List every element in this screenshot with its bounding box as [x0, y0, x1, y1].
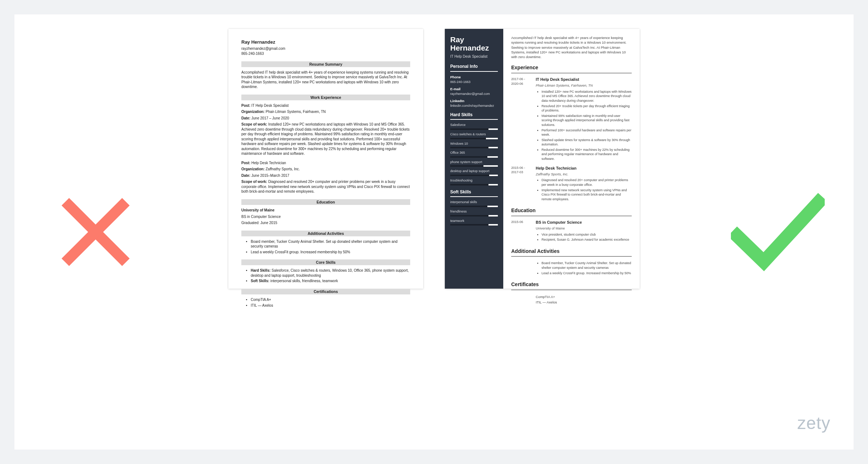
left-work-title: Work Experience — [241, 95, 410, 100]
skill-bar — [450, 224, 498, 226]
skill-row: Office 365 — [450, 150, 498, 158]
skill-name: phone system support — [450, 160, 498, 165]
right-exp-title: Experience — [511, 64, 632, 73]
left-job2-date: Date: June 2015–March 2017 — [241, 173, 410, 178]
right-edu-title: Education — [511, 207, 632, 216]
list-item: Hard Skills: Salesforce, Cisco switches … — [251, 268, 410, 278]
skill-name: Salesforce — [450, 123, 498, 127]
list-item: Recipient, Susan G. Johnson Award for ac… — [542, 237, 632, 242]
comparison-canvas: Ray Hernandez rayzhernandez@gmail.com 86… — [14, 14, 854, 450]
skill-row: desktop and laptop support — [450, 169, 498, 176]
exp-role: Help Desk Technician — [536, 166, 632, 171]
skill-bar — [450, 175, 498, 176]
sb-hard-header: Hard Skills — [450, 112, 498, 120]
zety-watermark: zety — [797, 413, 830, 433]
left-skills-title: Core Skills — [241, 259, 410, 265]
skill-name: Office 365 — [450, 150, 498, 155]
right-cert-title: Certificates — [511, 281, 632, 290]
skill-bar — [450, 156, 498, 158]
left-phone: 865-240-1663 — [241, 51, 410, 56]
skill-bar — [450, 165, 498, 167]
list-item: Diagnosed and resolved 20+ computer and … — [542, 178, 632, 187]
resume-good: Ray Hernandez IT Help Desk Specialist Pe… — [445, 29, 640, 289]
left-summary-body: Accomplished IT help desk specialist wit… — [241, 70, 410, 89]
sb-linkedin-lbl: LinkedIn — [450, 99, 498, 103]
sb-linkedin: linkedin.com/in/rayzhernandez — [450, 104, 498, 108]
skill-name: interpersonal skills — [450, 200, 498, 205]
sb-email-lbl: E-mail — [450, 87, 498, 91]
left-email: rayzhernandez@gmail.com — [241, 46, 410, 51]
skill-name: teamwork — [450, 219, 498, 223]
exp-dates: 2017-06 - 2020-06 — [511, 77, 531, 162]
sb-info-header: Personal Info — [450, 64, 498, 72]
exp-org: Zaffnathy Sports, Inc. — [536, 172, 632, 176]
skill-bar — [450, 138, 498, 139]
skill-name: friendliness — [450, 209, 498, 214]
left-edu-degree: BS in Computer Science — [241, 214, 410, 219]
act-row: Board member, Tucker County Animal Shelt… — [511, 260, 632, 276]
sb-job-title: IT Help Desk Specialist — [450, 54, 498, 59]
left-job1-date: Date: June 2017 – June 2020 — [241, 116, 410, 121]
skill-name: Windows 10 — [450, 141, 498, 146]
skill-row: Windows 10 — [450, 141, 498, 149]
list-item: Resolved 20+ trouble tickets per day thr… — [542, 104, 632, 113]
skill-row: friendliness — [450, 209, 498, 216]
skill-bar — [450, 215, 498, 216]
skill-row: teamwork — [450, 219, 498, 226]
list-item: Lead a weekly CrossFit group. Increased … — [542, 271, 632, 276]
skill-row: troubleshooting — [450, 178, 498, 185]
skill-name: Cisco switches & routers — [450, 132, 498, 137]
left-job2-scope: Scope of work: Diagnosed and resolved 20… — [241, 179, 410, 194]
cert-row: CompTIA A+ITIL — Axelos — [511, 294, 632, 306]
list-item: ITIL — Axelos — [251, 303, 410, 308]
list-item: Vice president, student computer club — [542, 232, 632, 237]
exp-org: Phair-Litman Systems, Fairhaven, TN — [536, 83, 632, 88]
left-edu-title: Education — [241, 199, 410, 205]
left-job1-post: Post: IT Help Desk Specialist — [241, 103, 410, 108]
skill-row: interpersonal skills — [450, 200, 498, 207]
exp-role: IT Help Desk Specialist — [536, 77, 632, 82]
left-skills-list: Hard Skills: Salesforce, Cisco switches … — [241, 268, 410, 284]
list-item: CompTIA A+ — [251, 297, 410, 302]
left-edu-grad: Graduated: June 2015 — [241, 220, 410, 226]
skill-row: Salesforce — [450, 123, 498, 130]
sb-email: rayzhernandez@gmail.com — [450, 92, 498, 96]
left-job1-scope: Scope of work: Installed 120+ new PC wor… — [241, 122, 410, 156]
left-act-title: Additional Activities — [241, 231, 410, 236]
list-item: Maintained 99% satisfaction rating in mo… — [542, 114, 632, 127]
skill-bar — [450, 147, 498, 148]
exp-dates: 2015-06 - 2017-03 — [511, 166, 531, 202]
exp-row: 2017-06 - 2020-06IT Help Desk Specialist… — [511, 77, 632, 162]
cert-item: CompTIA A+ — [536, 294, 632, 299]
skill-bar — [450, 128, 498, 130]
skill-bar — [450, 184, 498, 185]
list-item: Performed 100+ successful hardware and s… — [542, 128, 632, 137]
edu-date: 2015-06 — [511, 220, 531, 243]
left-edu-school: University of Maine — [241, 208, 410, 213]
exp-row: 2015-06 - 2017-03Help Desk TechnicianZaf… — [511, 166, 632, 202]
left-job2-org: Organization: Zaffnathy Sports, Inc. — [241, 167, 410, 172]
list-item: Board member, Tucker County Animal Shelt… — [251, 239, 410, 249]
correct-icon — [731, 192, 825, 272]
list-item: Board member, Tucker County Animal Shelt… — [542, 261, 632, 270]
skill-row: phone system support — [450, 160, 498, 167]
right-act-title: Additional Activities — [511, 248, 632, 257]
edu-row: 2015-06 BS in Computer Science Universit… — [511, 220, 632, 243]
edu-degree: BS in Computer Science — [536, 220, 632, 225]
sb-phone: 865-240-1663 — [450, 80, 498, 84]
sb-soft-header: Soft Skills — [450, 189, 498, 197]
list-item: Lead a weekly CrossFit group. Increased … — [251, 250, 410, 255]
sidebar: Ray Hernandez IT Help Desk Specialist Pe… — [445, 29, 503, 289]
left-cert-list: CompTIA A+ ITIL — Axelos — [241, 297, 410, 308]
left-cert-title: Certifications — [241, 289, 410, 294]
wrong-icon — [58, 194, 133, 270]
right-summary: Accomplished IT help desk specialist wit… — [511, 35, 632, 59]
sb-name-first: Ray — [450, 35, 498, 44]
left-summary-title: Resume Summary — [241, 61, 410, 67]
list-item: Implemented new network security system … — [542, 188, 632, 202]
edu-school: University of Maine — [536, 226, 632, 231]
left-act-list: Board member, Tucker County Animal Shelt… — [241, 239, 410, 255]
main-panel: Accomplished IT help desk specialist wit… — [503, 29, 640, 289]
skill-row: Cisco switches & routers — [450, 132, 498, 139]
skill-name: troubleshooting — [450, 178, 498, 183]
